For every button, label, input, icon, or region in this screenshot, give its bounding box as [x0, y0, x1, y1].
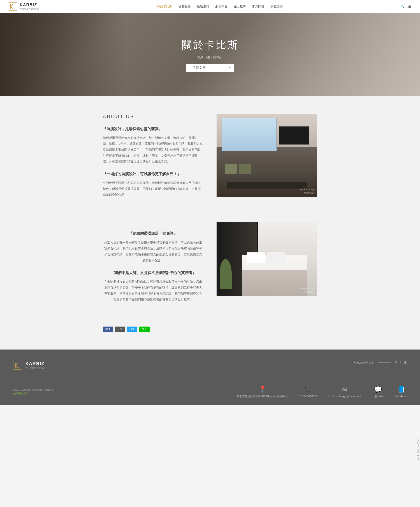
footer-email: ✉ E. kbz.indesign@gmail.com	[328, 386, 361, 398]
twitter-icon[interactable]: 𝕏	[394, 360, 397, 365]
facebook-text: Facebook	[395, 395, 407, 398]
subtitle-2: 『一場好的裝潢設計，可以讓你更了解自己！』	[103, 171, 203, 177]
line-icon: 💬	[374, 386, 382, 393]
watermark-1: karbiz indesign卡比斯設計	[300, 188, 314, 195]
navbar-actions: 🔍 ☰	[400, 4, 411, 8]
about-image-col-1: karbiz indesign卡比斯設計	[217, 114, 317, 197]
logo[interactable]: KARBIZ 卡比斯室內裝修設計	[9, 2, 39, 11]
breadcrumb-home[interactable]: 首頁	[197, 55, 203, 59]
nav-about[interactable]: 關於卡比斯	[157, 4, 172, 8]
main-nav: 關於卡比斯 媒體報導 最新消息 服務內容 完工故事 常見問答 我要諮詢	[157, 4, 283, 8]
social-share-bar: 讚 4 分享 推文 分享	[103, 327, 317, 332]
logo-sub: 卡比斯室內裝修設計	[20, 7, 39, 10]
breadcrumb-sep: 關於卡比斯	[206, 55, 221, 59]
footer-logo-name: KARBIZ	[25, 361, 45, 366]
rss-icon[interactable]: ⌘	[403, 360, 407, 365]
twitter-button[interactable]: 推文	[127, 327, 137, 332]
footer-contact-row: 📍 新北市番橋區中正路 4號3樓(primo義善中心) 📞 T. 02-5599…	[237, 386, 407, 398]
line-share-button[interactable]: 分享	[139, 327, 150, 332]
email-text: E. kbz.indesign@gmail.com	[328, 395, 361, 398]
about-text-col-2: 『危險的裝潢設計一律免談』 施工人員的安全及未來屋主使用的安全是我們最重視的，所…	[103, 222, 203, 309]
navbar: KARBIZ 卡比斯室內裝修設計 關於卡比斯 媒體報導 最新消息 服務內容 完工…	[0, 0, 420, 13]
footer: KARBIZ 卡比斯室內裝修設計 FOLLOW US 𝕏 f ⌘ 2022© C…	[0, 350, 420, 405]
nav-faq[interactable]: 常見問答	[252, 4, 264, 8]
copyright-text: 2022© Copyright All Rights Reserved	[13, 388, 53, 391]
nav-news[interactable]: 最新消息	[197, 4, 209, 8]
nav-works[interactable]: 完工故事	[234, 4, 246, 8]
footer-facebook: 📘 Facebook	[395, 386, 407, 398]
footer-bottom: 2022© Copyright All Rights Reserved 蘋果網頁…	[13, 386, 407, 398]
phone-icon: 📞	[305, 386, 312, 393]
subtitle-1: 『裝潢設計，是場探索心靈的饗宴』	[103, 126, 203, 132]
follow-divider	[378, 362, 391, 363]
email-icon: ✉	[342, 386, 347, 393]
footer-follow: FOLLOW US 𝕏 f ⌘	[354, 360, 407, 365]
content-container: ABOUT US 『裝潢設計，是場探索心靈的饗宴』 我們很重視與您每次的溝通會議…	[90, 114, 330, 332]
footer-copyright-block: 2022© Copyright All Rights Reserved 蘋果網頁…	[13, 388, 53, 395]
fb-like-button[interactable]: 讚 4	[103, 327, 113, 332]
nav-media[interactable]: 媒體報導	[178, 4, 191, 8]
share-button[interactable]: 分享	[115, 327, 125, 332]
section-row-1: ABOUT US 『裝潢設計，是場探索心靈的饗宴』 我們很重視與您每次的溝通會議…	[103, 114, 317, 204]
hero-title: 關於卡比斯	[182, 38, 238, 52]
about-us-label: ABOUT US	[103, 114, 203, 120]
logo-icon	[9, 2, 17, 11]
footer-address: 📍 新北市番橋區中正路 4號3樓(primo義善中心)	[237, 386, 288, 398]
breadcrumb: 首頁 關於卡比斯	[182, 55, 238, 59]
search-icon[interactable]: 🔍	[400, 4, 405, 8]
location-icon: 📍	[259, 386, 266, 393]
para-3: 施工人員的安全及未來屋主使用的安全是我們最重視的，所以危險的施工我們會拒絕，我們…	[103, 240, 203, 263]
main-content: ABOUT US 『裝潢設計，是場探索心靈的饗宴』 我們很重視與您每次的溝通會議…	[0, 96, 420, 350]
about-text-col: ABOUT US 『裝潢設計，是場探索心靈的饗宴』 我們很重視與您每次的溝通會議…	[103, 114, 203, 204]
nav-services[interactable]: 服務內容	[215, 4, 228, 8]
para-1: 我們很重視與您每次的溝通會議，從一開始的丈量、流程介紹、圖面討論、這樣.....…	[103, 135, 203, 164]
address-text: 新北市番橋區中正路 4號3樓(primo義善中心)	[237, 394, 288, 398]
facebook-page-icon: 📘	[397, 386, 405, 393]
para-4: 在卡比斯裡沒有大師限制的論法，設計過程就像和朋友一樣的討論，需求上沒有絕對的否案…	[103, 279, 203, 303]
article-select-wrapper: 選擇文章 ▾	[186, 64, 234, 72]
svg-rect-0	[9, 2, 17, 11]
hero-content: 關於卡比斯 首頁 關於卡比斯 選擇文章 ▾	[182, 38, 238, 72]
subtitle-3: 『危險的裝潢設計一律免談』	[103, 231, 203, 236]
logo-name: KARBIZ	[20, 3, 37, 7]
subtitle-4: 『我們不是大師、只是個不放棄設計初心的實踐者』	[103, 270, 203, 276]
hero-section: 關於卡比斯 首頁 關於卡比斯 選擇文章 ▾	[0, 13, 420, 96]
footer-phone: 📞 T. 02-55994558	[299, 386, 317, 398]
menu-icon[interactable]: ☰	[408, 4, 411, 8]
follow-label: FOLLOW US	[354, 361, 374, 364]
footer-social-icons: 𝕏 f ⌘	[394, 360, 407, 365]
line-text: L. @karbiz	[372, 395, 384, 398]
para-2: 空間會因人而產生不同的化學作用，我們期許每個裝潢都擁有自己的個人特色，所以我們很…	[103, 180, 203, 198]
footer-top: KARBIZ 卡比斯室內裝修設計 FOLLOW US 𝕏 f ⌘	[13, 360, 407, 370]
phone-text: T. 02-55994558	[299, 395, 317, 398]
svg-rect-2	[13, 360, 23, 370]
facebook-icon[interactable]: f	[400, 360, 401, 365]
nav-consult[interactable]: 我要諮詢	[270, 4, 283, 8]
room-image-bedroom: karbiz indesign卡比斯設計	[217, 222, 317, 296]
article-select[interactable]: 選擇文章	[186, 64, 234, 72]
footer-logo-sub: 卡比斯室內裝修設計	[25, 366, 45, 369]
about-image-col-2: karbiz indesign卡比斯設計	[217, 222, 317, 296]
room-image-tv: karbiz indesign卡比斯設計	[217, 114, 317, 197]
designer-link[interactable]: 蘋果網頁設計	[13, 392, 29, 395]
footer-divider	[13, 379, 407, 379]
footer-logo: KARBIZ 卡比斯室內裝修設計	[13, 360, 45, 370]
footer-line: 💬 L. @karbiz	[372, 386, 384, 398]
section-row-2: karbiz indesign卡比斯設計 『危險的裝潢設計一律免談』 施工人員的…	[103, 222, 317, 309]
footer-logo-icon	[13, 360, 23, 370]
watermark-2: karbiz indesign卡比斯設計	[300, 287, 314, 294]
